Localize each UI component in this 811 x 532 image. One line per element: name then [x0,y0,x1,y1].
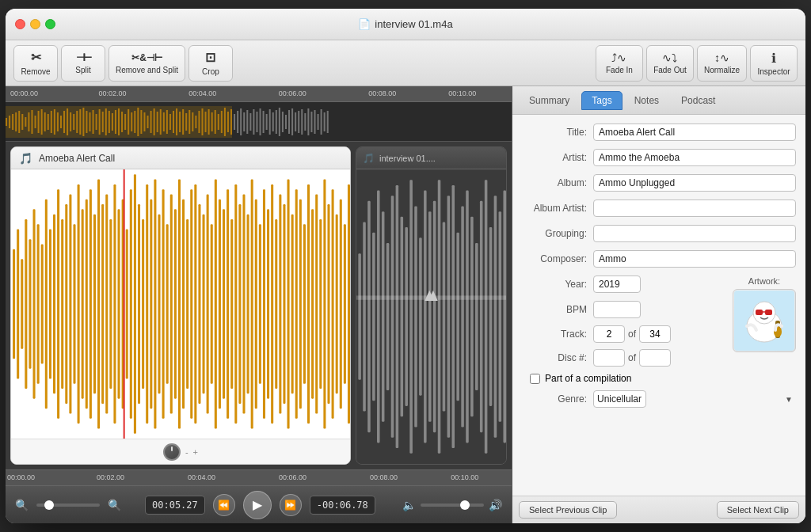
artist-input[interactable] [593,149,796,166]
genre-select[interactable]: Unicellular Pop Rock Jazz [593,390,646,408]
fade-in-button[interactable]: ⤴∿ Fade In [596,45,643,82]
normalize-button[interactable]: ↕∿ Normalize [697,45,747,82]
svg-rect-179 [319,219,322,389]
crop-button[interactable]: ⊡ Crop [188,45,233,82]
artwork-box[interactable] [733,289,796,352]
svg-rect-146 [186,219,188,389]
zoom-slider[interactable] [36,504,100,507]
clip-volume-knob[interactable] [163,443,181,461]
tab-notes[interactable]: Notes [624,91,669,110]
svg-rect-229 [765,310,772,315]
ruler-marks-bottom: 00:00.00 00:02.00 00:04.00 00:06.00 00:0… [6,470,512,485]
clip-second: 🎵 interview 01.... [356,146,507,465]
disc-input[interactable] [593,349,625,367]
bottom-mark-3: 00:06.00 [279,473,307,481]
maximize-button[interactable] [45,19,55,29]
volume-high-icon: 🔊 [489,499,502,511]
clip-second-waveform[interactable] [356,169,506,464]
svg-rect-142 [170,194,173,413]
ruler-mark-0: 00:00.00 [10,89,38,97]
svg-rect-182 [332,189,334,419]
fast-forward-button[interactable]: ⏩ [280,494,302,516]
disc-of-input[interactable] [639,349,671,367]
main-content: 00:00.00 00:02.00 00:04.00 00:06.00 00:0… [6,86,805,523]
inspector-button[interactable]: ℹ Inspector [750,45,798,82]
disc-field-row: Disc #: of [522,349,725,367]
volume-slider-thumb[interactable] [460,500,470,510]
svg-rect-105 [21,259,23,348]
zoom-in-icon[interactable]: 🔍 [108,499,121,511]
svg-rect-184 [340,200,342,408]
zoom-slider-thumb[interactable] [44,500,54,510]
svg-rect-155 [223,209,225,398]
svg-rect-167 [271,184,273,424]
composer-input[interactable] [593,250,796,268]
minimize-button[interactable] [30,19,40,29]
svg-rect-180 [323,180,326,429]
svg-rect-168 [275,219,277,389]
svg-rect-132 [130,189,132,419]
clip-footer: - + [11,439,350,464]
year-input[interactable] [593,276,641,293]
remove-split-button[interactable]: ✂&⊣⊢ Remove and Split [109,45,185,82]
grouping-label: Grouping: [522,228,593,239]
rewind-button[interactable]: ⏪ [213,494,235,516]
svg-rect-78 [256,112,257,132]
compilation-checkbox[interactable] [530,374,540,384]
track-label: Track: [522,329,593,340]
album-artist-field-row: Album Artist: [522,199,796,218]
timeline-ruler-bottom: 00:00.00 00:02.00 00:04.00 00:06.00 00:0… [6,469,512,485]
title-input[interactable] [593,124,796,141]
svg-rect-103 [13,249,15,359]
select-next-clip-button[interactable]: Select Next Clip [717,501,799,519]
close-button[interactable] [15,19,25,29]
svg-rect-118 [73,224,75,383]
remaining-time-display: -00:06.78 [310,496,375,515]
clip-main-header: 🎵 Amoeba Alert Call [11,147,350,169]
bpm-input[interactable] [593,301,641,318]
svg-rect-156 [227,189,229,419]
svg-rect-213 [470,217,474,416]
album-artist-input[interactable] [593,200,796,217]
svg-rect-191 [367,201,371,432]
title-bar: 📄 interview 01.m4a [6,9,805,40]
play-button[interactable]: ▶ [243,491,272,519]
album-input[interactable] [593,174,796,192]
split-button[interactable]: ⊣⊢ Split [61,45,105,82]
fade-out-button[interactable]: ∿⤵ Fade Out [646,45,694,82]
waveform-overview[interactable]: // We'll do this inline via generating r… [6,102,512,142]
artist-field-row: Artist: [522,148,796,167]
tab-tags[interactable]: Tags [581,91,622,110]
track-of-input[interactable] [639,325,671,343]
svg-rect-183 [336,215,338,394]
svg-rect-131 [126,230,128,379]
track-input[interactable] [593,325,625,343]
chevron-down-icon: ▼ [785,395,793,404]
select-prev-clip-button[interactable]: Select Previous Clip [519,501,617,519]
clip-main-waveform[interactable] [11,169,350,439]
window-title: 📄 interview 01.m4a [358,18,452,30]
transport-bar: 🔍 🔍 00:05.27 ⏪ ▶ ⏩ -00:06.78 🔈 🔊 [6,485,512,523]
svg-rect-153 [215,180,217,429]
tab-podcast[interactable]: Podcast [671,91,725,110]
svg-rect-87 [285,115,287,129]
normalize-icon: ↕∿ [714,51,729,64]
year-label: Year: [522,279,593,290]
svg-rect-79 [260,108,261,135]
album-artist-label: Album Artist: [522,203,593,214]
svg-rect-127 [109,219,112,389]
svg-rect-101 [6,106,232,138]
grouping-input[interactable] [593,225,796,242]
composer-field-row: Composer: [522,249,796,268]
volume-slider[interactable] [421,504,484,507]
svg-rect-83 [272,112,274,131]
svg-rect-71 [234,114,235,130]
svg-rect-72 [237,111,238,133]
remove-button[interactable]: ✂ Remove [13,45,58,82]
zoom-out-icon[interactable]: 🔍 [15,499,29,511]
grouping-field-row: Grouping: [522,224,796,243]
svg-rect-96 [314,110,315,134]
inspector-panel: Summary Tags Notes Podcast Title: [512,86,805,523]
tab-summary[interactable]: Summary [519,91,580,110]
svg-rect-157 [230,219,233,389]
